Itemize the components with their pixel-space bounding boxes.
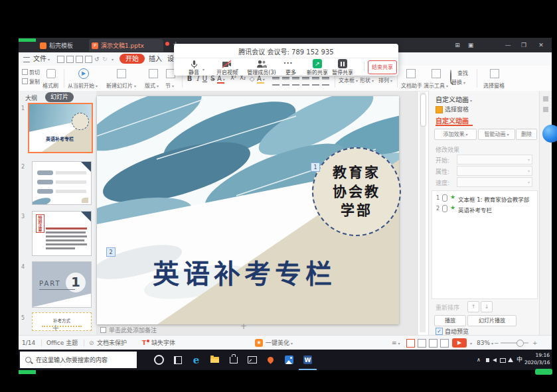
reorder-up-button[interactable]: ↑ bbox=[467, 301, 479, 312]
pause-share-button[interactable]: 暂停共享 bbox=[324, 68, 361, 76]
save-icon[interactable] bbox=[57, 56, 64, 63]
highlight-button[interactable]: A bbox=[257, 75, 264, 84]
more-icon[interactable] bbox=[283, 60, 293, 67]
superscript-button[interactable]: X² bbox=[230, 75, 237, 81]
scrollbar-thumb[interactable] bbox=[420, 94, 426, 127]
subscript-button[interactable]: X₂ bbox=[239, 75, 246, 81]
textbox-button[interactable]: 文本框 bbox=[339, 76, 358, 84]
zoom-level[interactable]: 83% bbox=[477, 336, 493, 351]
add-effect-button[interactable]: 添加效果 bbox=[434, 129, 477, 140]
animation-order-badge-1[interactable]: 1 bbox=[311, 163, 320, 172]
italic-button[interactable]: I bbox=[194, 75, 201, 82]
slide-thumbnail-4[interactable]: PART 1 bbox=[32, 261, 92, 308]
play-from-current-button[interactable]: 从当前开始 bbox=[68, 82, 98, 89]
sidebar-tool-icon[interactable] bbox=[543, 107, 548, 112]
format-painter-button[interactable]: 格式刷 bbox=[42, 82, 58, 89]
output-icon[interactable] bbox=[66, 56, 74, 63]
tab-outline[interactable]: 大纲 bbox=[25, 94, 37, 102]
pane-header[interactable]: 自定义动画 bbox=[436, 94, 472, 104]
zoom-slider-track[interactable] bbox=[501, 342, 528, 344]
master-view-button[interactable] bbox=[440, 339, 449, 348]
arrange-button[interactable]: 排列 bbox=[378, 76, 392, 84]
selection-pane-button[interactable]: 选择窗格 bbox=[483, 82, 505, 89]
taskbar-clock[interactable]: 19:16 2020/3/16 bbox=[524, 352, 550, 367]
delete-button[interactable]: 删除 bbox=[516, 129, 537, 140]
tray-network-icon[interactable] bbox=[508, 358, 513, 362]
property-select[interactable] bbox=[457, 166, 532, 176]
print-icon[interactable] bbox=[76, 56, 83, 63]
undo-icon[interactable]: ↺ bbox=[94, 52, 100, 66]
add-slide-button[interactable]: + bbox=[52, 322, 60, 333]
pause-share-icon[interactable] bbox=[338, 59, 347, 68]
taskbar-search-box[interactable]: 在这里输入你要搜索的内容 bbox=[20, 352, 137, 368]
menu-file[interactable]: 文件 bbox=[33, 52, 50, 66]
copy-button[interactable]: 复制 bbox=[29, 78, 40, 85]
reading-view-button[interactable] bbox=[429, 339, 438, 348]
camera-off-icon[interactable] bbox=[222, 60, 232, 68]
app-center-grid-icon[interactable]: ⊞ bbox=[451, 38, 463, 52]
strikethrough-button[interactable]: S bbox=[209, 75, 216, 82]
speed-select[interactable] bbox=[457, 177, 532, 187]
split-handle-plus[interactable]: + bbox=[240, 322, 247, 331]
tab-slides[interactable]: 幻灯片 bbox=[45, 92, 74, 102]
new-share-icon[interactable]: ↗ bbox=[313, 59, 322, 68]
layout-icon[interactable] bbox=[149, 69, 158, 78]
redo-icon[interactable]: ↻ bbox=[102, 52, 108, 66]
canvas-scrollbar[interactable] bbox=[420, 92, 426, 332]
missing-font-status[interactable]: 缺失字体 bbox=[151, 336, 175, 350]
circle-text-shape[interactable]: 教育家 协会教 学部 bbox=[312, 147, 401, 236]
underline-button[interactable]: U bbox=[201, 75, 208, 82]
slide-sorter-view-button[interactable] bbox=[418, 339, 426, 348]
mute-button[interactable]: 静音 bbox=[175, 68, 212, 76]
floating-assistant-ball[interactable] bbox=[542, 125, 557, 143]
ime-indicator[interactable]: 中 bbox=[517, 350, 522, 370]
align-center-icon[interactable] bbox=[282, 77, 289, 86]
sidebar-tool-icon[interactable] bbox=[543, 96, 548, 101]
tray-pen-icon[interactable] bbox=[486, 358, 489, 362]
tencent-meeting-bar[interactable]: 腾讯会议 会议号: 789 152 935 静音 开启视频 管理成员(3) 更多… bbox=[174, 44, 398, 76]
new-slide-button[interactable]: 新建幻灯片 bbox=[106, 82, 136, 89]
hamburger-icon[interactable] bbox=[23, 57, 30, 62]
zoom-in-button[interactable]: + bbox=[532, 336, 538, 350]
mail-icon[interactable] bbox=[243, 350, 261, 370]
cut-button[interactable]: 剪切 bbox=[29, 68, 40, 76]
cut-icon[interactable] bbox=[22, 69, 28, 75]
camera-button[interactable]: 开启视频 bbox=[208, 68, 246, 76]
wps-writer-icon[interactable]: W bbox=[299, 350, 317, 370]
photos-icon[interactable] bbox=[280, 350, 298, 370]
clear-format-icon[interactable]: ◇ bbox=[248, 75, 256, 82]
slideshow-play-button[interactable]: 幻灯片播放 bbox=[467, 315, 517, 326]
find-button[interactable]: 查找 bbox=[457, 69, 468, 76]
numbering-icon[interactable] bbox=[322, 77, 329, 86]
doc-protect-status[interactable]: 文档未保护 bbox=[97, 336, 127, 350]
slide-thumbnail-3[interactable]: 特别注意 bbox=[32, 211, 92, 256]
slide-title-text[interactable]: 英语补考专栏 bbox=[131, 253, 357, 291]
selection-pane-icon[interactable] bbox=[490, 69, 499, 78]
beautify-button[interactable]: 一键美化 bbox=[266, 336, 293, 351]
notes-view-icon[interactable]: ≡ bbox=[392, 336, 400, 351]
maps-pin-icon[interactable] bbox=[262, 350, 279, 370]
slide-thumbnail-2[interactable] bbox=[32, 161, 92, 205]
cortana-icon[interactable] bbox=[150, 350, 168, 370]
customize-quickbar-icon[interactable] bbox=[110, 52, 114, 66]
tab-presentation-file[interactable]: P 演示文稿1.pptx bbox=[89, 39, 163, 52]
preview-icon[interactable] bbox=[85, 56, 92, 63]
play-from-current-icon[interactable]: ▶ bbox=[78, 68, 89, 79]
reorder-down-button[interactable]: ↓ bbox=[481, 301, 493, 312]
tray-chevron-icon[interactable]: ∧ bbox=[477, 350, 481, 370]
members-icon[interactable] bbox=[256, 60, 267, 68]
selection-pane-link[interactable]: 选择窗格 bbox=[445, 105, 469, 113]
edge-icon[interactable]: e bbox=[187, 350, 205, 370]
replace-button[interactable]: 替换 bbox=[451, 78, 465, 86]
file-explorer-icon[interactable] bbox=[206, 350, 224, 370]
ms-store-icon[interactable] bbox=[224, 350, 242, 370]
slide-thumbnail-1[interactable]: 英语补考专栏 bbox=[28, 103, 93, 153]
tray-keyboard-icon[interactable] bbox=[500, 358, 506, 363]
present-tools-icon[interactable] bbox=[432, 69, 441, 78]
theme-name[interactable]: Office 主题 bbox=[46, 336, 78, 350]
section-button[interactable]: 节 bbox=[165, 82, 174, 89]
align-right-icon[interactable] bbox=[292, 77, 299, 86]
zoom-slider-knob[interactable] bbox=[517, 340, 524, 347]
pane-tab-custom-animation[interactable]: 自定义动画 bbox=[436, 115, 469, 125]
doc-assistant-icon[interactable] bbox=[406, 69, 416, 78]
